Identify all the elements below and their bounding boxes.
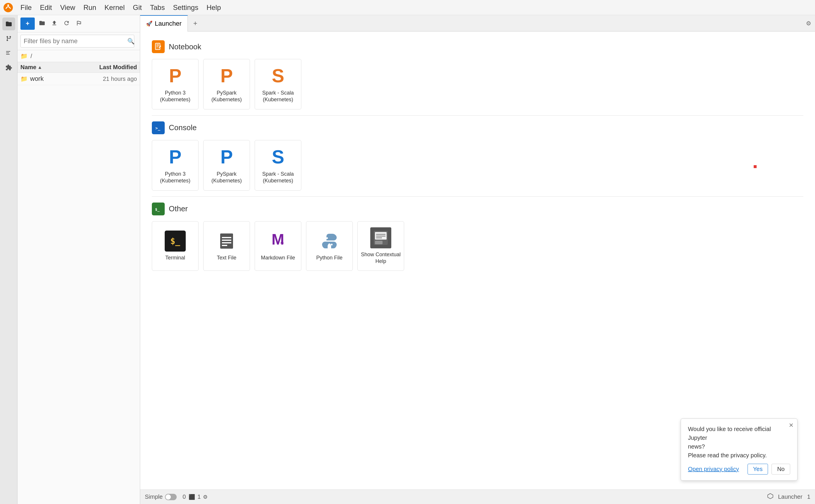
py3-notebook-card[interactable]: P Python 3(Kubernetes) [152,59,198,109]
name-column-header[interactable]: Name ▲ [20,64,84,71]
py3-console-icon: P [169,146,182,168]
refresh-button[interactable] [62,18,72,29]
file-modified: 21 hours ago [84,76,137,82]
svg-text:$_: $_ [155,207,160,212]
svg-rect-8 [6,54,10,55]
file-list-header: Name ▲ Last Modified [18,62,140,73]
notification-close-button[interactable]: ✕ [789,422,794,429]
notebook-section-icon [152,40,165,53]
other-cards-row: $_ Terminal Text F [152,221,803,271]
file-row[interactable]: 📁 work 21 hours ago [18,73,140,85]
py3-notebook-label: Python 3(Kubernetes) [160,90,190,103]
markdown-file-card[interactable]: M Markdown File [255,221,301,271]
search-input[interactable] [20,35,134,48]
py3-console-card[interactable]: P Python 3(Kubernetes) [152,140,198,191]
svg-point-0 [4,3,13,12]
pyspark-console-card[interactable]: P PySpark(Kubernetes) [203,140,250,191]
other-section-header: $_ Other [152,203,803,215]
menu-settings[interactable]: Settings [169,2,202,13]
py3-notebook-icon: P [169,65,182,87]
py3-console-label: Python 3(Kubernetes) [160,171,190,184]
svg-text:M: M [271,232,284,248]
privacy-policy-link[interactable]: Open privacy policy [688,466,744,472]
svg-rect-16 [220,233,233,249]
svg-rect-6 [6,51,10,52]
svg-rect-7 [6,53,9,53]
search-bar: 🔍 [18,32,140,50]
breadcrumb-text: / [31,53,32,59]
main-layout: + + 🔍 📁 / Name [0,15,815,504]
terminal-status-icon: ⚙ [203,494,208,500]
activity-toc[interactable] [2,47,15,60]
notification-no-button[interactable]: No [772,464,790,475]
settings-gear-icon[interactable]: ⚙ [802,17,815,30]
menubar: File Edit View Run Kernel Git Tabs Setti… [0,0,815,15]
console-section-header: >_ Console [152,121,803,134]
toggle-thumb [166,494,171,500]
pyspark-console-label: PySpark(Kubernetes) [211,171,242,184]
git-status-icon [767,493,773,500]
svg-rect-30 [375,241,382,244]
python-file-icon [319,231,340,252]
text-file-card[interactable]: Text File [203,221,250,271]
notification-message: Would you like to receive official Jupyt… [688,425,790,460]
activity-files[interactable] [2,18,15,30]
status-bar: Simple 0 ⬛ 1 ⚙ Launcher 1 [140,489,815,504]
modified-column-header[interactable]: Last Modified [84,64,137,71]
terminal-icon: $_ [165,231,186,252]
notification-popup: ✕ Would you like to receive official Jup… [681,418,797,481]
git-button[interactable] [74,18,84,29]
file-name: work [30,75,84,83]
new-folder-button[interactable] [37,18,47,29]
activity-bar [0,15,18,504]
console-section-icon: >_ [152,121,165,134]
python-file-card[interactable]: Python File [306,221,353,271]
toggle-track[interactable] [165,494,177,500]
menu-help[interactable]: Help [202,2,225,13]
menu-tabs[interactable]: Tabs [146,2,169,13]
contextual-help-card[interactable]: Show Contextual Help [357,221,404,271]
notification-yes-button[interactable]: Yes [748,464,768,475]
menu-view[interactable]: View [56,2,79,13]
spark-scala-notebook-icon: S [272,65,284,87]
menu-file[interactable]: File [16,2,36,13]
pyspark-console-icon: P [220,146,233,168]
pyspark-notebook-card[interactable]: P PySpark(Kubernetes) [203,59,250,109]
menu-kernel[interactable]: Kernel [100,2,129,13]
terminal-card[interactable]: $_ Terminal [152,221,198,271]
search-button[interactable]: 🔍 [125,36,137,46]
simple-mode-label: Simple [145,493,163,500]
new-tab-button[interactable]: + [189,17,202,30]
menu-edit[interactable]: Edit [36,2,56,13]
launcher-tab[interactable]: 🚀 Launcher [140,15,188,32]
spark-scala-console-label: Spark - Scala(Kubernetes) [262,171,294,184]
sort-arrow-icon: ▲ [37,65,42,70]
console-cards-row: P Python 3(Kubernetes) P PySpark(Kuberne… [152,140,803,191]
other-section-title: Other [169,204,188,213]
file-panel: + + 🔍 📁 / Name [18,15,140,504]
upload-button[interactable] [49,18,59,29]
spark-scala-console-icon: S [272,146,284,168]
terminal-count: 1 [197,493,201,500]
notebook-cards-row: P Python 3(Kubernetes) P PySpark(Kuberne… [152,59,803,109]
folder-icon: 📁 [20,75,28,82]
spark-scala-notebook-card[interactable]: S Spark - Scala(Kubernetes) [255,59,301,109]
menu-git[interactable]: Git [129,2,146,13]
svg-point-1 [7,4,9,6]
tab-bar: 🚀 Launcher + ⚙ [140,15,815,32]
svg-point-24 [331,244,332,245]
activity-git[interactable] [2,32,15,45]
app-logo [3,2,13,13]
simple-mode-toggle[interactable]: Simple [145,493,177,500]
python-file-label: Python File [316,254,342,261]
svg-text:>_: >_ [155,126,160,131]
menu-run[interactable]: Run [79,2,100,13]
new-button[interactable]: + + [20,18,35,30]
file-panel-toolbar: + + [18,15,140,32]
pyspark-notebook-icon: P [220,65,233,87]
markdown-file-label: Markdown File [261,254,295,261]
svg-point-23 [326,237,328,239]
spark-scala-console-card[interactable]: S Spark - Scala(Kubernetes) [255,140,301,191]
activity-extensions[interactable] [2,61,15,74]
launcher-status-label: Launcher [778,493,802,500]
